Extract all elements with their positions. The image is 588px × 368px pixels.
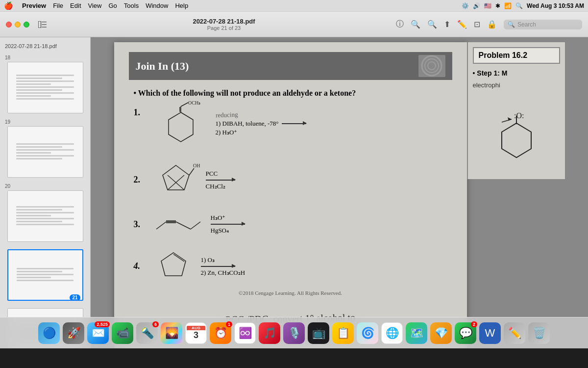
right-panel-problem-title: Problem 16.2: [473, 47, 560, 64]
svg-line-10: [181, 103, 188, 106]
reaction-4: 4. 1) O₃: [134, 250, 447, 282]
menu-edit[interactable]: Edit: [70, 2, 81, 9]
svg-point-5: [425, 59, 439, 73]
dock-mail[interactable]: ✉️ 2,525: [87, 322, 109, 344]
doc-viewer: Join In (13) • Which of the following wi…: [91, 37, 588, 348]
dock-spotlight[interactable]: 🔦 6: [136, 322, 158, 344]
right-panel-step: Step 1: M: [477, 69, 507, 77]
menu-file[interactable]: File: [53, 2, 63, 9]
page-thumb-18[interactable]: [7, 62, 83, 113]
toolbar-icons: ⓘ 🔍 🔍 ⬆ ✏️ ⊡ 🔒 🔍: [396, 19, 582, 29]
dock-sketch[interactable]: 💎: [430, 322, 452, 344]
page-content: Join In (13) • Which of the following wi…: [114, 42, 467, 348]
svg-text:OH: OH: [193, 163, 200, 168]
rxn-condition-2a: PCC: [206, 170, 235, 178]
pages-icon[interactable]: ⊡: [474, 20, 480, 29]
sidebar: 2022-07-28 21-18.pdf 18: [0, 37, 91, 348]
svg-marker-26: [502, 123, 531, 158]
svg-text::O:: :O:: [514, 111, 524, 120]
dock-chrome[interactable]: 🌐: [381, 322, 403, 344]
dock-maps[interactable]: 🗺️: [406, 322, 427, 344]
rxn-condition-3a: H₃O⁺: [211, 214, 245, 222]
rxn-structure-1: OCH₃: [154, 107, 208, 147]
rxn-structure-4: [154, 250, 193, 282]
sidebar-page-20[interactable]: 20: [0, 182, 90, 244]
dock-notes[interactable]: 📋: [332, 322, 354, 344]
title-bar: 2022-07-28 21-18.pdf Page 21 of 23 ⓘ 🔍 🔍…: [0, 12, 588, 37]
dock-music[interactable]: 🎵: [259, 322, 280, 344]
sidebar-page-21[interactable]: 21: [0, 246, 90, 303]
page-number-20: 20: [3, 184, 10, 189]
search-bar[interactable]: 🔍: [504, 20, 582, 29]
page-header-title: Join In (13): [136, 60, 189, 73]
menubar-time: Wed Aug 3 10:53 AM: [527, 2, 584, 9]
svg-line-17: [156, 222, 166, 229]
traffic-lights: [6, 22, 29, 27]
page-info: Page 21 of 23: [207, 25, 241, 31]
header-image: [418, 55, 445, 77]
dock-appletv[interactable]: 📺: [308, 322, 329, 344]
close-button[interactable]: [6, 22, 12, 27]
menu-tools[interactable]: Tools: [124, 2, 139, 9]
dock-finder[interactable]: 🔵: [38, 322, 60, 344]
dock-word[interactable]: W: [479, 322, 501, 344]
dock-pencil[interactable]: ✏️: [504, 322, 525, 344]
rxn-condition-4b: 2) Zn, CH₃CO₂H: [201, 269, 245, 277]
svg-line-22: [191, 222, 200, 229]
dock-messages[interactable]: 💬 2: [455, 322, 476, 344]
annotate-icon[interactable]: ✏️: [457, 20, 467, 29]
battery-icon: ⚙️: [462, 2, 469, 9]
maximize-button[interactable]: [24, 22, 29, 27]
title-center: 2022-07-28 21-18.pdf Page 21 of 23: [57, 18, 391, 31]
apple-menu[interactable]: 🍎: [4, 1, 13, 10]
zoom-in-icon[interactable]: 🔍: [427, 20, 437, 29]
rxn-number-2: 2.: [134, 175, 146, 185]
messages-badge: 2: [471, 321, 477, 327]
reaction-1: 1. OCH₃: [134, 107, 447, 147]
dock-arc[interactable]: 🌀: [357, 322, 378, 344]
bullet-question: • Which of the following will not produc…: [134, 88, 452, 99]
page-thumb-21[interactable]: 21: [7, 249, 83, 301]
menu-preview[interactable]: Preview: [22, 2, 46, 9]
search-input[interactable]: [517, 21, 576, 28]
handwritten-note-1: reducing: [215, 108, 306, 119]
sidebar-filename: 2022-07-28 21-18.pdf: [0, 41, 90, 53]
info-icon[interactable]: ⓘ: [396, 19, 404, 29]
page-thumb-19[interactable]: [7, 126, 83, 178]
copyright-text: ©2018 Cengage Learning. All Rights Reser…: [129, 290, 452, 296]
share-icon[interactable]: ⬆: [444, 20, 450, 29]
svg-line-13: [189, 168, 194, 175]
search-icon: 🔍: [508, 21, 515, 28]
dock-trash[interactable]: 🗑️: [528, 322, 550, 344]
active-page-badge: 21: [70, 294, 80, 301]
dock-freeform[interactable]: ♾️: [234, 322, 256, 344]
page-header-bar: Join In (13): [129, 52, 452, 80]
search-menubar-icon[interactable]: 🔍: [515, 2, 523, 9]
dock-reminders[interactable]: ⏰ 1: [210, 322, 231, 344]
dock-podcasts[interactable]: 🎙️: [283, 322, 305, 344]
dock-calendar[interactable]: AUG 3: [185, 322, 207, 344]
document-title: 2022-07-28 21-18.pdf: [193, 18, 255, 25]
minimize-button[interactable]: [15, 22, 21, 27]
menu-view[interactable]: View: [88, 2, 102, 9]
main-area: 2022-07-28 21-18.pdf 18: [0, 37, 588, 348]
menu-go[interactable]: Go: [108, 2, 117, 9]
zoom-out-icon[interactable]: 🔍: [411, 20, 420, 29]
svg-marker-12: [163, 165, 189, 190]
page-number-19: 19: [3, 119, 10, 125]
right-panel-structure: :O:: [473, 108, 560, 174]
sidebar-page-18[interactable]: 18: [0, 53, 90, 115]
dock-photos[interactable]: 🌄: [161, 322, 182, 344]
dock-launchpad[interactable]: 🚀: [63, 322, 84, 344]
rxn-structure-3: [154, 212, 203, 237]
lock-icon[interactable]: 🔒: [487, 20, 497, 29]
menubar-right: ⚙️ 🔊 🇺🇸 ✱ 📶 🔍 Wed Aug 3 10:53 AM: [462, 2, 584, 9]
sidebar-toggle[interactable]: [38, 21, 47, 28]
page-thumb-20[interactable]: [7, 190, 83, 242]
menu-help[interactable]: Help: [175, 2, 188, 9]
svg-marker-7: [169, 112, 193, 142]
sidebar-page-19[interactable]: 19: [0, 117, 90, 180]
rxn-condition-1a: 1) DIBAH, toluene, -78°: [216, 120, 279, 128]
menu-window[interactable]: Window: [146, 2, 168, 9]
dock-facetime[interactable]: 📹: [112, 322, 133, 344]
